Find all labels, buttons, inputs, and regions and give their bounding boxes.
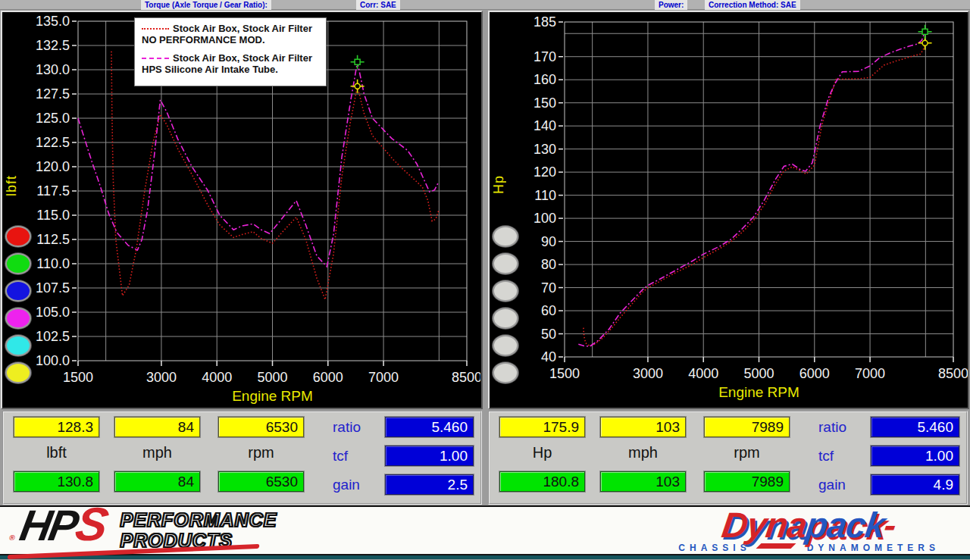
channel-button-2[interactable]	[493, 253, 518, 274]
hps-logo: HPS ® PERFORMANCE PRODUCTS	[20, 502, 277, 558]
hps-peak-torque-mph: 84	[114, 471, 200, 492]
legend-box: Stock Air Box, Stock Air Filter NO PERFO…	[134, 17, 327, 86]
color-button-blue[interactable]	[5, 280, 31, 302]
svg-text:90: 90	[540, 234, 555, 249]
svg-text:170: 170	[533, 49, 555, 64]
gain-value-field[interactable]: 4.9	[871, 474, 959, 495]
channel-button-5[interactable]	[493, 335, 518, 356]
svg-text:70: 70	[540, 280, 555, 296]
svg-text:Engine RPM: Engine RPM	[232, 388, 313, 404]
chart-row: 135.0132.5130.0127.5125.0122.5120.0117.5…	[0, 10, 970, 410]
svg-text:40: 40	[540, 349, 555, 364]
logo-strip: HPS ® PERFORMANCE PRODUCTS Dynapack- CHA…	[0, 505, 970, 555]
channel-button-6[interactable]	[493, 362, 518, 383]
torque-chart-panel: 135.0132.5130.0127.5125.0122.5120.0117.5…	[1, 11, 483, 409]
stock-peak-torque-rpm: 6530	[218, 417, 304, 437]
svg-text:135.0: 135.0	[36, 14, 70, 29]
svg-text:7000: 7000	[368, 370, 399, 385]
color-button-cyan[interactable]	[5, 335, 31, 356]
power-correction-label: Correction Method: SAE	[705, 0, 800, 10]
torque-correction-label: Corr: SAE	[356, 0, 400, 10]
readout-row: 128.3 84 6530 lbft mph rpm 130.8 84 6530…	[0, 410, 970, 505]
torque-readout-panel: 128.3 84 6530 lbft mph rpm 130.8 84 6530…	[2, 411, 482, 505]
svg-text:130: 130	[533, 142, 555, 157]
rpm-unit-label: rpm	[218, 444, 304, 461]
power-chart-title: Power:	[655, 0, 687, 10]
svg-text:60: 60	[540, 303, 555, 318]
power-readout-panel: 175.9 103 7989 Hp mph rpm 180.8 103 7989…	[488, 411, 968, 505]
svg-text:102.5: 102.5	[36, 329, 70, 344]
svg-text:8500: 8500	[452, 370, 480, 385]
hps-logo-mark: HPS ®	[14, 502, 110, 558]
stock-peak-torque-mph: 84	[114, 417, 200, 437]
svg-text:110: 110	[534, 188, 556, 203]
tcf-value-field[interactable]: 1.00	[871, 446, 959, 466]
tcf-label: tcf	[333, 448, 348, 465]
trace-color-buttons	[5, 12, 33, 408]
svg-text:1500: 1500	[549, 366, 579, 381]
svg-text:5000: 5000	[743, 366, 774, 381]
svg-text:6000: 6000	[799, 366, 829, 381]
mph-unit-label: mph	[114, 444, 200, 461]
svg-text:100.0: 100.0	[36, 353, 70, 368]
stock-trace-sample-icon	[142, 28, 169, 30]
svg-text:3000: 3000	[632, 366, 662, 381]
svg-text:4000: 4000	[688, 366, 718, 381]
svg-text:107.5: 107.5	[36, 280, 70, 296]
power-chart-panel: 1851701601501401301201101009080706050401…	[488, 11, 970, 409]
color-button-green[interactable]	[5, 253, 31, 274]
svg-text:132.5: 132.5	[36, 38, 70, 53]
header-bar: Torque (Axle Torque / Gear Ratio): Corr:…	[0, 0, 970, 10]
hps-peak-power-value: 180.8	[499, 471, 585, 492]
dyno-app-window: Torque (Axle Torque / Gear Ratio): Corr:…	[0, 0, 970, 560]
svg-text:8500: 8500	[937, 366, 967, 381]
hps-trace-sample-icon	[142, 58, 169, 59]
ratio-label: ratio	[818, 419, 846, 436]
tcf-value-field[interactable]: 1.00	[385, 446, 474, 466]
svg-text:Engine RPM: Engine RPM	[718, 384, 799, 400]
stock-peak-torque-value: 128.3	[14, 417, 99, 437]
channel-button-4[interactable]	[493, 308, 518, 329]
svg-text:150: 150	[533, 95, 555, 111]
svg-text:5000: 5000	[257, 370, 287, 385]
color-button-yellow[interactable]	[5, 362, 31, 383]
gain-label: gain	[333, 477, 360, 493]
ratio-value-field[interactable]: 5.460	[871, 417, 959, 437]
power-unit-label: Hp	[499, 444, 585, 461]
dynapack-wordmark: Dynapack-	[676, 508, 942, 542]
hps-peak-torque-rpm: 6530	[218, 471, 304, 492]
channel-button-3[interactable]	[493, 280, 518, 302]
hps-peak-power-rpm: 7989	[704, 471, 790, 492]
gain-value-field[interactable]: 2.5	[385, 474, 474, 495]
ratio-value-field[interactable]: 5.460	[385, 417, 474, 437]
svg-text:100: 100	[533, 211, 555, 226]
svg-text:6000: 6000	[313, 370, 343, 385]
rpm-unit-label: rpm	[704, 444, 790, 461]
svg-text:130.0: 130.0	[36, 62, 70, 77]
svg-text:50: 50	[540, 327, 555, 342]
svg-text:1500: 1500	[63, 370, 93, 385]
dynapack-swoosh-icon	[756, 543, 796, 549]
legend-entry-stock: Stock Air Box, Stock Air Filter NO PERFO…	[142, 23, 319, 45]
stock-peak-power-mph: 103	[600, 417, 686, 437]
svg-text:105.0: 105.0	[36, 305, 70, 320]
svg-text:110.0: 110.0	[36, 256, 70, 271]
mph-unit-label: mph	[600, 444, 686, 461]
svg-text:122.5: 122.5	[36, 135, 70, 150]
stock-peak-power-rpm: 7989	[704, 417, 790, 437]
tcf-label: tcf	[818, 448, 834, 465]
svg-text:4000: 4000	[202, 370, 232, 385]
hps-peak-power-mph: 103	[600, 471, 686, 492]
stock-peak-power-value: 175.9	[499, 417, 585, 437]
power-chart-plot[interactable]: 1851701601501401301201101009080706050401…	[490, 12, 968, 409]
color-button-red[interactable]	[5, 226, 31, 247]
svg-text:185: 185	[533, 14, 555, 30]
channel-button-1[interactable]	[493, 226, 518, 247]
channel-buttons	[493, 12, 520, 408]
svg-text:80: 80	[540, 257, 555, 272]
svg-text:112.5: 112.5	[36, 232, 70, 247]
legend-entry-hps: Stock Air Box, Stock Air Filter HPS Sili…	[142, 52, 319, 75]
color-button-magenta[interactable]	[5, 308, 31, 329]
hps-peak-torque-value: 130.8	[14, 471, 99, 492]
svg-text:140: 140	[533, 118, 555, 133]
